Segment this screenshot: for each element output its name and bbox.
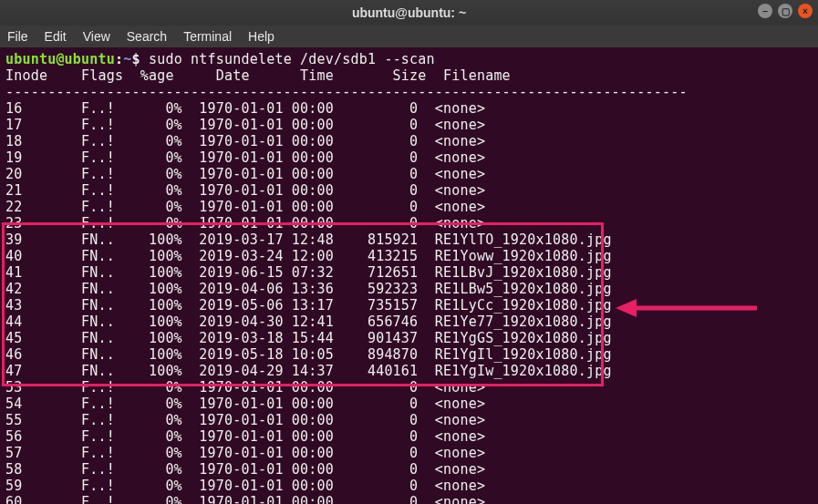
minimize-button[interactable]: – xyxy=(758,4,772,18)
table-row: 56 F..! 0% 1970-01-01 00:00 0 <none> xyxy=(5,428,813,445)
table-row: 20 F..! 0% 1970-01-01 00:00 0 <none> xyxy=(5,166,813,182)
table-row: 41 FN.. 100% 2019-06-15 07:32 712651 RE1… xyxy=(5,264,813,281)
table-row: 17 F..! 0% 1970-01-01 00:00 0 <none> xyxy=(5,117,813,133)
table-row: 57 F..! 0% 1970-01-01 00:00 0 <none> xyxy=(5,445,813,461)
menu-terminal[interactable]: Terminal xyxy=(183,29,232,44)
table-row: 18 F..! 0% 1970-01-01 00:00 0 <none> xyxy=(5,133,813,149)
table-row: 45 FN.. 100% 2019-03-18 15:44 901437 RE1… xyxy=(5,330,813,346)
table-row: 44 FN.. 100% 2019-04-30 12:41 656746 RE1… xyxy=(5,314,813,330)
table-row: 16 F..! 0% 1970-01-01 00:00 0 <none> xyxy=(5,100,813,117)
window-titlebar: ubuntu@ubuntu: ~ – ▢ × xyxy=(0,0,818,26)
menu-help[interactable]: Help xyxy=(248,29,274,44)
table-row: 53 F..! 0% 1970-01-01 00:00 0 <none> xyxy=(5,379,813,396)
table-row: 59 F..! 0% 1970-01-01 00:00 0 <none> xyxy=(5,478,813,494)
table-row: 47 FN.. 100% 2019-04-29 14:37 440161 RE1… xyxy=(5,363,813,379)
table-row: 39 FN.. 100% 2019-03-17 12:48 815921 RE1… xyxy=(5,231,813,248)
window-controls: – ▢ × xyxy=(758,4,813,18)
prompt-colon: : xyxy=(115,51,123,67)
prompt-line: ubuntu@ubuntu:~$ sudo ntfsundelete /dev/… xyxy=(5,51,813,67)
maximize-button[interactable]: ▢ xyxy=(778,4,792,18)
table-row: 42 FN.. 100% 2019-04-06 13:36 592323 RE1… xyxy=(5,281,813,297)
table-row: 21 F..! 0% 1970-01-01 00:00 0 <none> xyxy=(5,182,813,199)
table-row: 43 FN.. 100% 2019-05-06 13:17 735157 RE1… xyxy=(5,297,813,314)
command-text: sudo ntfsundelete /dev/sdb1 --scan xyxy=(149,51,435,67)
menu-edit[interactable]: Edit xyxy=(45,29,67,44)
menubar: File Edit View Search Terminal Help xyxy=(0,26,818,47)
table-row: 58 F..! 0% 1970-01-01 00:00 0 <none> xyxy=(5,461,813,478)
close-button[interactable]: × xyxy=(798,4,813,18)
output-rows: 16 F..! 0% 1970-01-01 00:00 0 <none>17 F… xyxy=(5,100,813,504)
terminal-area[interactable]: ubuntu@ubuntu:~$ sudo ntfsundelete /dev/… xyxy=(0,47,818,504)
output-separator: ----------------------------------------… xyxy=(5,84,813,100)
menu-view[interactable]: View xyxy=(83,29,110,44)
table-row: 46 FN.. 100% 2019-05-18 10:05 894870 RE1… xyxy=(5,346,813,363)
table-row: 40 FN.. 100% 2019-03-24 12:00 413215 RE1… xyxy=(5,248,813,264)
table-row: 60 F..! 0% 1970-01-01 00:00 0 <none> xyxy=(5,494,813,504)
prompt-user-host: ubuntu@ubuntu xyxy=(5,51,115,67)
output-header: Inode Flags %age Date Time Size Filename xyxy=(5,67,813,84)
table-row: 22 F..! 0% 1970-01-01 00:00 0 <none> xyxy=(5,199,813,215)
table-row: 55 F..! 0% 1970-01-01 00:00 0 <none> xyxy=(5,412,813,428)
table-row: 19 F..! 0% 1970-01-01 00:00 0 <none> xyxy=(5,149,813,166)
menu-file[interactable]: File xyxy=(7,29,28,44)
table-row: 54 F..! 0% 1970-01-01 00:00 0 <none> xyxy=(5,396,813,412)
menu-search[interactable]: Search xyxy=(127,29,167,44)
prompt-dollar: $ xyxy=(131,51,140,67)
window-title: ubuntu@ubuntu: ~ xyxy=(352,5,466,20)
table-row: 23 F..! 0% 1970-01-01 00:00 0 <none> xyxy=(5,215,813,231)
